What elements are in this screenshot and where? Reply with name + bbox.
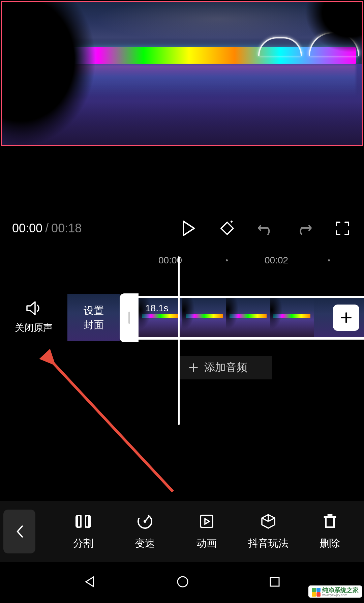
- clip-duration-label: 18.1s: [145, 303, 169, 314]
- mute-original-audio-button[interactable]: 关闭原声: [0, 301, 67, 334]
- speed-icon: [136, 513, 153, 530]
- clip-thumbnail: [270, 298, 314, 337]
- watermark: 纯净系统之家 www.ycwjzy.com: [308, 585, 362, 598]
- watermark-title: 纯净系统之家: [322, 587, 359, 593]
- clip-left-handle[interactable]: [120, 293, 139, 342]
- split-icon: [75, 513, 92, 530]
- watermark-logo-icon: [312, 588, 321, 597]
- play-icon: [182, 221, 195, 236]
- undo-button[interactable]: [256, 219, 275, 238]
- speaker-icon: [26, 301, 42, 315]
- redo-icon: [296, 221, 312, 236]
- undo-icon: [257, 221, 274, 236]
- split-label: 分割: [73, 537, 93, 550]
- cover-label-line1: 设置: [84, 304, 104, 318]
- nav-back-button[interactable]: [83, 575, 97, 590]
- preview-tree-right: [301, 2, 362, 56]
- animation-button[interactable]: 动画: [176, 513, 237, 550]
- time-total: 00:18: [51, 221, 82, 235]
- video-preview[interactable]: [1, 1, 363, 146]
- split-button[interactable]: 分割: [52, 513, 114, 550]
- clip-thumbnails[interactable]: 18.1s: [139, 296, 364, 340]
- svg-point-3: [144, 520, 146, 523]
- edit-toolbar: 分割 变速 动画 抖音玩法 删除: [0, 501, 364, 562]
- douyin-label: 抖音玩法: [248, 537, 289, 550]
- fullscreen-button[interactable]: [333, 219, 352, 238]
- cover-label-line2: 封面: [84, 318, 104, 332]
- set-cover-button[interactable]: 设置 封面: [67, 294, 120, 341]
- time-current: 00:00: [12, 221, 42, 235]
- redo-button[interactable]: [295, 219, 313, 238]
- add-clip-button[interactable]: [333, 305, 359, 331]
- douyin-effects-button[interactable]: 抖音玩法: [237, 513, 299, 550]
- back-button[interactable]: [3, 510, 35, 553]
- fullscreen-icon: [335, 221, 350, 236]
- clip-thumbnail: [226, 298, 270, 337]
- play-button[interactable]: [179, 219, 198, 238]
- mute-audio-label: 关闭原声: [15, 321, 53, 334]
- add-audio-label: 添加音频: [204, 360, 247, 375]
- speed-label: 变速: [135, 537, 155, 550]
- animation-icon: [198, 513, 215, 530]
- playhead[interactable]: [178, 256, 180, 425]
- square-recent-icon: [269, 576, 281, 588]
- svg-rect-4: [201, 515, 213, 527]
- ruler-dot: [328, 259, 330, 261]
- speed-button[interactable]: 变速: [114, 513, 176, 550]
- delete-button[interactable]: 删除: [299, 513, 361, 550]
- preview-reflection: [53, 65, 356, 105]
- nav-recent-button[interactable]: [269, 576, 281, 589]
- add-audio-button[interactable]: 添加音频: [178, 356, 272, 379]
- trash-icon: [322, 513, 338, 530]
- ruler-tick: 00:02: [265, 255, 288, 266]
- watermark-subtitle: www.ycwjzy.com: [322, 593, 359, 597]
- time-ruler[interactable]: 00:00 00:02: [0, 252, 364, 269]
- ruler-dot: [226, 259, 228, 261]
- timeline: 00:00 00:02 关闭原声 设置 封面 18.1s: [0, 252, 364, 379]
- clip-thumbnail: [182, 298, 226, 337]
- video-clip[interactable]: 18.1s: [120, 293, 364, 342]
- handle-grip-icon: [128, 312, 130, 324]
- keyframe-icon: [218, 220, 236, 237]
- preview-tree-left: [2, 2, 96, 146]
- cube-icon: [260, 513, 277, 530]
- timeline-track-row: 关闭原声 设置 封面 18.1s: [0, 292, 364, 343]
- animation-label: 动画: [196, 537, 217, 550]
- svg-rect-6: [270, 577, 279, 586]
- playback-controls: 00:00 / 00:18: [0, 215, 364, 242]
- chevron-left-icon: [16, 525, 24, 538]
- nav-home-button[interactable]: [176, 575, 189, 590]
- plus-icon: [340, 312, 352, 324]
- delete-label: 删除: [320, 537, 340, 550]
- keyframe-button[interactable]: [218, 219, 237, 238]
- plus-icon: [189, 363, 198, 372]
- time-separator: /: [45, 221, 49, 235]
- circle-home-icon: [176, 575, 189, 588]
- triangle-back-icon: [83, 575, 97, 588]
- svg-point-5: [178, 577, 188, 587]
